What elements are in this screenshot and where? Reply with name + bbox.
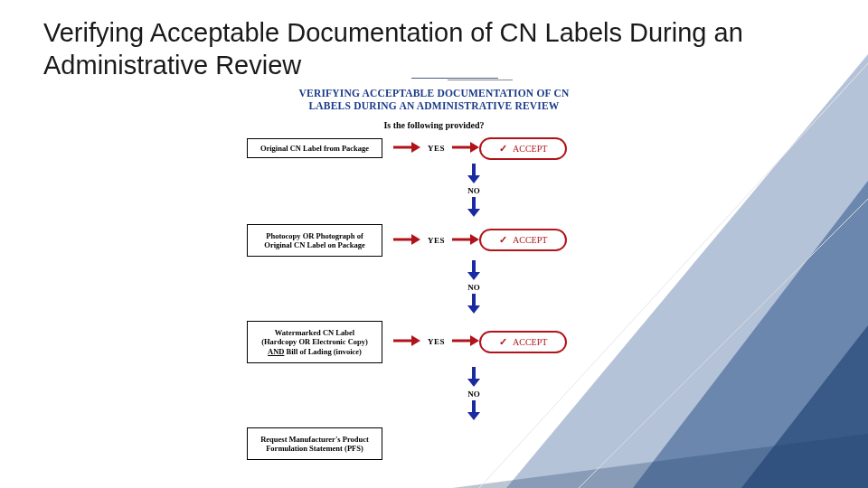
flow-box-final: Request Manufacturer's Product Formulati…	[247, 427, 382, 460]
page-title: Verifying Acceptable Documentation of CN…	[43, 16, 868, 82]
no-label: NO	[467, 389, 480, 399]
flow-prompt: Is the following provided?	[231, 120, 637, 130]
svg-marker-19	[470, 335, 479, 346]
arrow-down-icon	[467, 197, 480, 217]
flowchart: VERIFYING ACCEPTABLE DOCUMENTATION OF CN…	[231, 87, 637, 475]
flow-header-line2: LABELS DURING AN ADMINISTRATIVE REVIEW	[231, 99, 637, 112]
arrow-right-icon	[393, 333, 420, 350]
accept-pill: ✓ACCEPT	[479, 229, 567, 251]
flow-header-line1: VERIFYING ACCEPTABLE DOCUMENTATION OF CN	[231, 87, 637, 99]
down-connector: NO	[310, 260, 637, 314]
yes-label: YES	[428, 337, 445, 346]
svg-marker-25	[633, 181, 868, 488]
arrow-right-icon	[452, 232, 479, 249]
flow-box-3: Watermarked CN Label(Hardcopy OR Electro…	[247, 321, 382, 363]
arrow-right-icon	[393, 140, 420, 156]
svg-marker-5	[467, 175, 480, 183]
accept-label: ACCEPT	[513, 337, 547, 347]
svg-marker-1	[411, 142, 420, 153]
down-connector: NO	[310, 367, 637, 420]
accept-pill: ✓ACCEPT	[479, 137, 567, 160]
svg-marker-13	[467, 272, 480, 280]
svg-marker-7	[467, 209, 480, 217]
title-underline	[411, 78, 498, 79]
svg-marker-17	[411, 335, 420, 346]
flow-box-1: Original CN Label from Package	[247, 138, 382, 158]
no-label: NO	[467, 186, 480, 195]
title-underline-2	[448, 80, 513, 80]
svg-marker-11	[470, 234, 479, 245]
accept-label: ACCEPT	[513, 235, 547, 245]
svg-marker-3	[470, 142, 479, 153]
flow-row-final: Request Manufacturer's Product Formulati…	[231, 427, 637, 460]
accept-pill: ✓ACCEPT	[479, 331, 567, 353]
svg-marker-9	[411, 234, 420, 245]
flow-box-2: Photocopy OR Photograph of Original CN L…	[247, 224, 382, 257]
check-icon: ✓	[499, 143, 507, 155]
svg-marker-26	[741, 325, 868, 488]
svg-marker-15	[467, 305, 480, 314]
arrow-down-icon	[467, 400, 480, 420]
check-icon: ✓	[499, 234, 507, 246]
yes-label: YES	[428, 236, 445, 245]
arrow-down-icon	[467, 367, 480, 387]
flow-row-2: Photocopy OR Photograph of Original CN L…	[231, 224, 637, 257]
check-icon: ✓	[499, 336, 507, 348]
arrow-down-icon	[467, 260, 480, 280]
arrow-right-icon	[452, 140, 479, 156]
arrow-down-icon	[467, 164, 480, 183]
down-connector: NO	[310, 164, 637, 217]
accept-label: ACCEPT	[513, 144, 547, 154]
arrow-down-icon	[467, 294, 480, 314]
svg-marker-23	[467, 412, 480, 420]
svg-marker-21	[467, 379, 480, 387]
no-label: NO	[467, 283, 480, 292]
flow-row-3: Watermarked CN Label(Hardcopy OR Electro…	[231, 321, 637, 363]
yes-label: YES	[428, 144, 445, 153]
arrow-right-icon	[452, 333, 479, 350]
flow-row-1: Original CN Label from Package YES ✓ACCE…	[231, 137, 637, 160]
arrow-right-icon	[393, 232, 420, 249]
flow-header: VERIFYING ACCEPTABLE DOCUMENTATION OF CN…	[231, 87, 637, 113]
